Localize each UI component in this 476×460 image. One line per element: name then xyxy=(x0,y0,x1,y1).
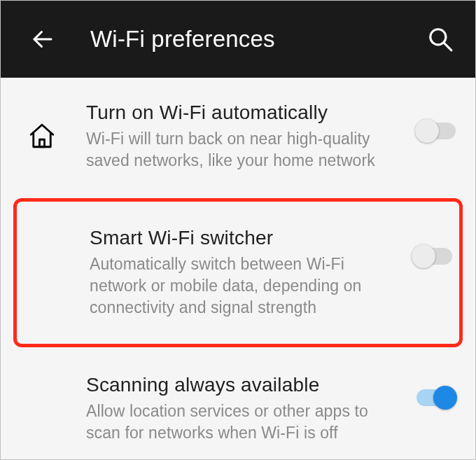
setting-text: Scanning always available Allow location… xyxy=(86,374,405,444)
search-button[interactable] xyxy=(425,24,456,55)
svg-line-2 xyxy=(444,43,451,50)
home-icon xyxy=(27,121,57,151)
setting-text: Smart Wi-Fi switcher Automatically switc… xyxy=(90,227,402,319)
toggle-thumb xyxy=(433,386,457,410)
settings-list: Turn on Wi-Fi automatically Wi-Fi will t… xyxy=(1,78,475,460)
setting-icon-slot xyxy=(31,227,90,246)
wifi-auto-toggle[interactable] xyxy=(416,123,456,139)
setting-text: Turn on Wi-Fi automatically Wi-Fi will t… xyxy=(86,102,405,172)
toggle-slot xyxy=(405,102,456,139)
scanning-toggle[interactable] xyxy=(416,389,456,406)
setting-desc: Allow location services or other apps to… xyxy=(86,400,398,444)
back-button[interactable] xyxy=(27,24,58,55)
setting-icon-slot xyxy=(27,374,86,393)
setting-title: Scanning always available xyxy=(86,374,398,396)
arrow-left-icon xyxy=(30,27,55,52)
setting-scanning-always-available[interactable]: Scanning always available Allow location… xyxy=(1,350,475,460)
svg-rect-3 xyxy=(40,139,45,147)
setting-title: Smart Wi-Fi switcher xyxy=(90,227,395,249)
smart-switcher-toggle[interactable] xyxy=(413,248,452,265)
setting-icon-slot xyxy=(27,102,86,151)
setting-turn-on-wifi-auto[interactable]: Turn on Wi-Fi automatically Wi-Fi will t… xyxy=(1,78,475,195)
toggle-slot xyxy=(405,374,456,406)
highlighted-setting: Smart Wi-Fi switcher Automatically switc… xyxy=(13,198,463,347)
setting-desc: Wi-Fi will turn back on near high-qualit… xyxy=(86,128,398,172)
setting-desc: Automatically switch between Wi-Fi netwo… xyxy=(90,253,395,319)
search-icon xyxy=(427,26,454,53)
toggle-slot xyxy=(402,227,452,265)
toggle-thumb xyxy=(412,244,435,268)
setting-title: Turn on Wi-Fi automatically xyxy=(86,102,398,124)
app-header: Wi-Fi preferences xyxy=(1,1,475,78)
page-title: Wi-Fi preferences xyxy=(90,26,425,53)
toggle-thumb xyxy=(415,119,439,143)
setting-smart-wifi-switcher[interactable]: Smart Wi-Fi switcher Automatically switc… xyxy=(17,202,459,344)
